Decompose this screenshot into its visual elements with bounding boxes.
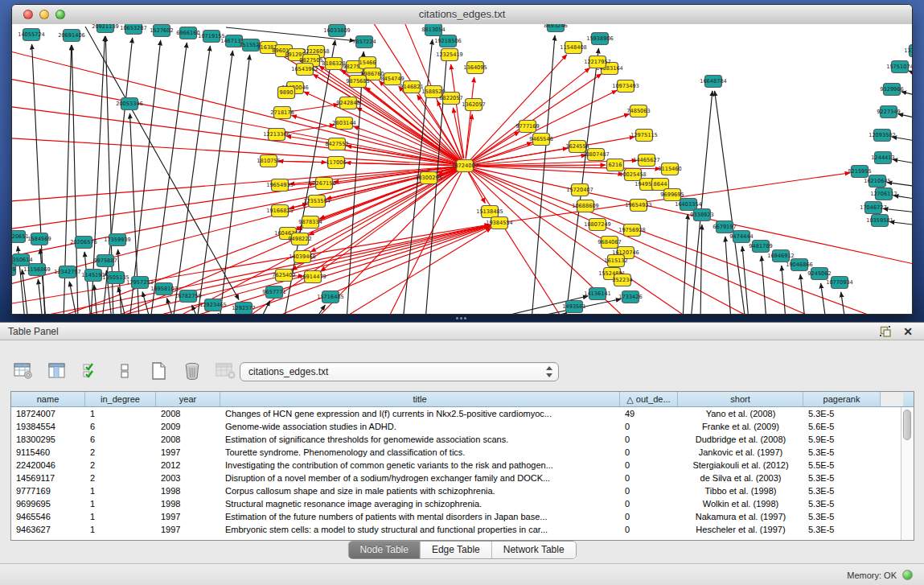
graph-node[interactable]: 39159 [12, 264, 16, 276]
column-header-name[interactable]: name [11, 392, 85, 406]
network-window[interactable]: citations_edges.txt 14055724206914062092… [11, 4, 913, 315]
graph-node[interactable]: 2718176 [270, 107, 294, 119]
graph-node[interactable]: 15716485 [317, 291, 344, 303]
tab-network-table[interactable]: Network Table [492, 542, 576, 558]
graph-node[interactable]: 7625402 [272, 270, 295, 282]
graph-node[interactable]: 9146821 [400, 81, 423, 93]
table-row[interactable]: 977716911998Corpus callosum shape and si… [11, 484, 914, 497]
graph-node[interactable]: 8693246 [544, 24, 567, 32]
column-header-out_de[interactable]: △ out_de... [620, 392, 678, 406]
graph-node[interactable]: 14136141 [584, 288, 611, 300]
graph-node[interactable]: 9465546 [529, 134, 552, 146]
graph-node[interactable]: 17957253 [126, 277, 154, 289]
graph-node[interactable]: 3624554 [565, 141, 589, 153]
column-header-year[interactable]: year [156, 392, 220, 406]
graph-node[interactable]: 15466 [359, 57, 376, 69]
graph-node[interactable]: 9227349 [877, 106, 900, 118]
graph-node[interactable]: 9338923 [690, 209, 713, 221]
graph-node[interactable]: 17046727 [860, 202, 887, 214]
table-row[interactable]: 946362711997Embryonic stem cells: a mode… [11, 523, 914, 536]
graph-node[interactable]: 9498222 [288, 233, 311, 245]
memory-status-indicator[interactable] [902, 570, 913, 580]
graph-node[interactable]: 9329966 [880, 84, 903, 96]
graph-node[interactable]: 10688609 [572, 200, 599, 212]
graph-node[interactable]: 11548408 [560, 42, 587, 54]
graph-node[interactable]: 15938906 [586, 33, 614, 45]
graph-node[interactable]: 16033809 [323, 25, 351, 37]
graph-node[interactable]: 1364095 [463, 62, 487, 74]
graph-node[interactable]: 8215955 [848, 166, 871, 178]
graph-node[interactable]: 12093582 [869, 130, 896, 142]
show-columns-icon[interactable] [45, 359, 69, 383]
graph-node[interactable]: 10653287 [120, 24, 147, 35]
graph-node[interactable]: 12325419 [436, 49, 463, 61]
column-header-title[interactable]: title [220, 392, 620, 406]
table-row[interactable]: 1830029562008Estimation of significance … [11, 433, 914, 446]
graph-node[interactable]: 9657771 [262, 286, 285, 299]
graph-node[interactable]: 7857224 [352, 36, 376, 48]
graph-node[interactable]: 15751074 [886, 61, 912, 73]
network-table-selector[interactable]: citations_edges.txt [240, 362, 559, 381]
graph-node[interactable]: 19046866 [786, 259, 813, 271]
graph-node[interactable]: 7485063 [626, 105, 650, 117]
graph-node[interactable]: 12213366 [263, 129, 290, 141]
column-header-short[interactable]: short [678, 392, 803, 406]
graph-node[interactable]: 20691406 [58, 30, 85, 42]
graph-node[interactable]: 6822057 [439, 93, 462, 105]
row-height-icon[interactable] [113, 359, 137, 383]
graph-node[interactable]: 9242848 [336, 97, 359, 109]
graph-node[interactable]: 1244413 [871, 152, 894, 164]
graph-node[interactable]: 16782759 [175, 290, 202, 303]
graph-node[interactable]: 6679197 [713, 221, 736, 233]
graph-node[interactable]: 18807249 [584, 219, 611, 231]
table-settings-icon[interactable] [11, 359, 35, 383]
new-column-icon[interactable] [146, 359, 170, 383]
graph-node[interactable]: 16914479 [299, 271, 326, 283]
graph-node[interactable]: 1584569 [27, 233, 51, 245]
graph-node[interactable]: 16648784 [700, 76, 727, 88]
graph-node[interactable]: 19166825 [266, 205, 294, 217]
table-row[interactable]: 1872400712008Changes of HCN gene express… [11, 407, 914, 420]
graph-node[interactable]: 9245062 [807, 268, 831, 280]
table-row[interactable]: 911546021997Tourette syndrome. Phenomeno… [11, 446, 914, 459]
graph-node[interactable]: 9684067 [598, 237, 621, 249]
graph-node[interactable]: 8427552 [325, 138, 348, 150]
graph-node[interactable]: 9481789 [749, 241, 772, 253]
graph-node[interactable]: 9777169 [515, 121, 539, 133]
window-titlebar[interactable]: citations_edges.txt [12, 5, 912, 25]
graph-node[interactable]: 9890 [278, 87, 295, 99]
graph-node[interactable]: 20921139 [92, 24, 119, 33]
graph-node[interactable]: 14465627 [633, 154, 660, 167]
graph-node[interactable]: 1493561 [562, 301, 585, 313]
table-row[interactable]: 1938455462009Genome-wide association stu… [11, 420, 914, 433]
graph-node[interactable]: 9975887 [93, 255, 117, 267]
scrollbar-thumb[interactable] [903, 410, 911, 440]
graph-node[interactable]: 13172387 [904, 45, 912, 57]
graph-node[interactable]: 8454749 [380, 73, 404, 85]
graph-node[interactable]: 14055724 [18, 29, 45, 41]
delete-column-trash-icon[interactable] [180, 359, 204, 383]
graph-node[interactable]: 12706112 [870, 188, 897, 200]
table-row[interactable]: 969969511998Structural magnetic resonanc… [11, 497, 914, 510]
graph-node[interactable]: 12975115 [630, 130, 658, 142]
panel-divider-grip[interactable] [455, 317, 470, 321]
graph-node[interactable]: 252234 [612, 274, 632, 286]
graph-node[interactable]: 15720407 [566, 184, 593, 196]
graph-node[interactable]: 19654923 [625, 200, 652, 212]
column-header-in_degree[interactable]: in_degree [85, 392, 156, 406]
graph-node[interactable]: 1733426 [618, 291, 642, 303]
graph-node[interactable]: 9115460 [658, 163, 681, 175]
graph-node[interactable]: 117006 [326, 157, 346, 169]
graph-node[interactable]: 9267150 [312, 178, 335, 190]
graph-node[interactable]: 2520651 [12, 231, 29, 243]
graph-node[interactable]: 1292377 [232, 303, 255, 315]
graph-node[interactable]: 8186328 [322, 58, 345, 70]
table-vertical-scrollbar[interactable] [901, 407, 914, 540]
float-panel-icon[interactable] [879, 325, 892, 338]
graph-node[interactable]: 19218506 [434, 35, 462, 47]
column-header-pagerank[interactable]: pagerank [803, 392, 881, 406]
graph-node[interactable]: 9878334 [298, 216, 322, 229]
graph-node[interactable]: 16946912 [767, 250, 795, 262]
graph-node[interactable]: 15138485 [476, 206, 503, 218]
graph-node[interactable]: 17359939 [104, 234, 131, 246]
